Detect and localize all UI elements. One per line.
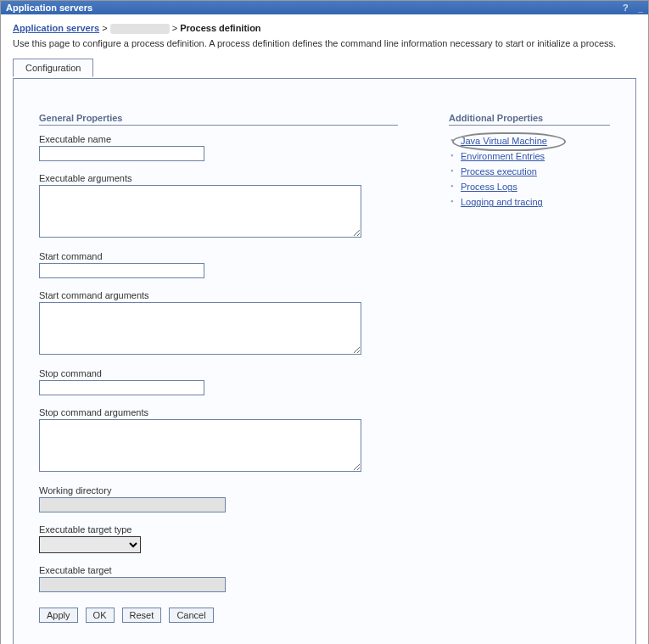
breadcrumb-root-link[interactable]: Application servers — [13, 23, 99, 33]
breadcrumb-current: Process definition — [180, 23, 260, 33]
cancel-button[interactable]: Cancel — [169, 608, 213, 623]
start-command-args-textarea[interactable] — [39, 302, 361, 355]
executable-target-label: Executable target — [39, 565, 398, 575]
executable-target-type-label: Executable target type — [39, 524, 398, 535]
additional-properties-section: Additional Properties Java Virtual Machi… — [449, 113, 610, 210]
executable-arguments-textarea[interactable] — [39, 185, 361, 238]
minimize-icon[interactable]: _ — [638, 3, 643, 13]
breadcrumb-separator: > — [102, 23, 107, 33]
stop-command-args-label: Stop command arguments — [39, 407, 398, 417]
list-item: Process Logs — [449, 180, 610, 195]
start-command-args-label: Start command arguments — [39, 290, 398, 300]
working-directory-label: Working directory — [39, 485, 398, 496]
additional-properties-title: Additional Properties — [449, 113, 610, 126]
start-command-label: Start command — [39, 251, 398, 261]
stop-command-input[interactable] — [39, 380, 204, 395]
breadcrumb-server-name — [110, 24, 170, 34]
general-properties-section: General Properties Executable name Execu… — [39, 113, 398, 623]
tab-configuration[interactable]: Configuration — [13, 59, 93, 77]
executable-name-label: Executable name — [39, 134, 398, 144]
titlebar: Application servers ? _ — [1, 1, 648, 14]
window-title: Application servers — [6, 3, 92, 13]
stop-command-label: Stop command — [39, 368, 398, 378]
executable-name-input[interactable] — [39, 146, 204, 161]
button-row: Apply OK Reset Cancel — [39, 608, 398, 623]
start-command-input[interactable] — [39, 263, 204, 278]
logging-tracing-link[interactable]: Logging and tracing — [461, 197, 543, 207]
page-description: Use this page to configure a process def… — [13, 37, 636, 50]
app-window: Application servers ? _ Application serv… — [0, 0, 649, 644]
executable-arguments-label: Executable arguments — [39, 173, 398, 183]
ok-button[interactable]: OK — [86, 608, 115, 623]
list-item: Process execution — [449, 165, 610, 180]
list-item: Environment Entries — [449, 149, 610, 165]
tab-bar: Configuration — [13, 59, 636, 79]
list-item: Java Virtual Machine — [449, 134, 610, 149]
content-area: Application servers > > Process definiti… — [1, 14, 648, 644]
apply-button[interactable]: Apply — [39, 608, 78, 623]
stop-command-args-textarea[interactable] — [39, 419, 361, 472]
process-logs-link[interactable]: Process Logs — [461, 182, 518, 192]
additional-links-list: Java Virtual Machine Environment Entries… — [449, 134, 610, 210]
reset-button[interactable]: Reset — [122, 608, 162, 623]
environment-entries-link[interactable]: Environment Entries — [461, 151, 545, 161]
jvm-link[interactable]: Java Virtual Machine — [461, 136, 547, 146]
list-item: Logging and tracing — [449, 195, 610, 210]
config-panel: General Properties Executable name Execu… — [13, 78, 636, 644]
general-properties-title: General Properties — [39, 113, 398, 126]
help-icon[interactable]: ? — [623, 3, 629, 13]
executable-target-type-select[interactable] — [39, 536, 141, 553]
breadcrumb: Application servers > > Process definiti… — [13, 23, 636, 34]
working-directory-input[interactable] — [39, 497, 226, 512]
process-execution-link[interactable]: Process execution — [461, 166, 537, 176]
breadcrumb-separator: > — [172, 23, 177, 33]
executable-target-input[interactable] — [39, 577, 226, 592]
